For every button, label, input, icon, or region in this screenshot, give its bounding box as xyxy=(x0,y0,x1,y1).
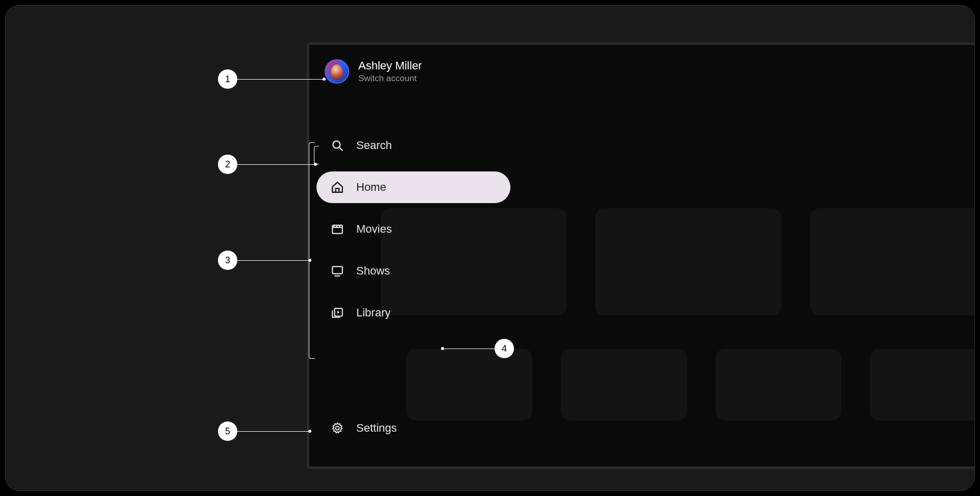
nav-item-label: Library xyxy=(356,306,390,319)
profile-name: Ashley Miller xyxy=(358,59,422,72)
callout-number: 4 xyxy=(495,339,514,358)
callout-3: 3 xyxy=(218,251,309,270)
tv-device-frame: Ashley Miller Switch account Search xyxy=(307,42,975,469)
nav-item-label: Search xyxy=(356,139,392,152)
callout-2: 2 xyxy=(218,155,314,174)
callout-number: 1 xyxy=(218,69,237,89)
callout-4: 4 xyxy=(444,339,514,358)
callout-1: 1 xyxy=(218,69,323,89)
content-tile xyxy=(716,349,842,420)
diagram-frame: Ashley Miller Switch account Search xyxy=(5,5,975,491)
nav-item-library[interactable]: Library xyxy=(316,297,470,329)
navigation-drawer: Ashley Miller Switch account Search xyxy=(309,45,524,466)
switch-account-label: Switch account xyxy=(358,73,422,84)
profile-switcher[interactable]: Ashley Miller Switch account xyxy=(309,59,524,84)
svg-rect-3 xyxy=(332,267,342,274)
nav-item-shows[interactable]: Shows xyxy=(316,255,470,287)
avatar xyxy=(325,59,349,84)
settings-icon xyxy=(331,421,344,435)
movies-icon xyxy=(331,222,344,236)
callout-number: 2 xyxy=(218,155,237,174)
nav-item-label: Settings xyxy=(356,421,397,435)
search-icon xyxy=(331,139,344,152)
nav-item-search[interactable]: Search xyxy=(316,130,470,161)
shows-icon xyxy=(331,264,344,278)
content-tile xyxy=(561,349,687,420)
content-tile xyxy=(810,208,975,315)
callout-5: 5 xyxy=(218,421,309,441)
nav-item-settings[interactable]: Settings xyxy=(316,412,470,444)
callout-number: 3 xyxy=(218,251,237,270)
callout-number: 5 xyxy=(218,421,237,441)
nav-item-label: Movies xyxy=(356,222,392,236)
home-icon xyxy=(331,181,344,194)
nav-item-label: Shows xyxy=(356,264,390,278)
svg-point-6 xyxy=(336,427,339,430)
content-tile xyxy=(870,349,975,420)
nav-item-label: Home xyxy=(356,181,386,194)
svg-line-1 xyxy=(339,147,342,151)
nav-list: Search Home xyxy=(309,130,524,329)
library-icon xyxy=(331,306,344,319)
nav-item-home[interactable]: Home xyxy=(316,171,510,203)
nav-item-movies[interactable]: Movies xyxy=(316,213,470,245)
content-tile xyxy=(595,208,781,315)
